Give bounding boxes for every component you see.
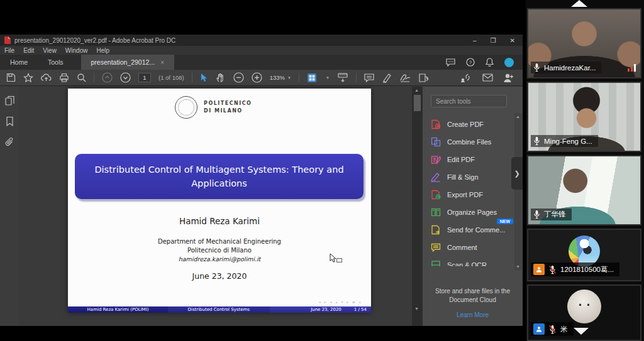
- select-tool-icon[interactable]: [200, 73, 208, 83]
- cloud-promo-line1: Store and share files in the: [423, 287, 523, 296]
- mic-on-icon[interactable]: [533, 136, 540, 146]
- footer-date: June 23, 2020: [311, 307, 341, 312]
- email-icon[interactable]: [482, 73, 493, 82]
- tab-home[interactable]: Home: [0, 55, 38, 70]
- help-icon[interactable]: ?: [466, 58, 475, 67]
- footer-title: Distributed Control Systems: [168, 306, 269, 313]
- print-icon[interactable]: [59, 73, 69, 82]
- menu-view[interactable]: View: [38, 47, 61, 54]
- mic-on-icon[interactable]: [533, 63, 540, 72]
- zoom-in-icon[interactable]: [252, 72, 262, 83]
- hand-tool-icon[interactable]: [216, 73, 226, 83]
- logo-text-line1: POLITECNICO: [204, 100, 252, 107]
- menu-help[interactable]: Help: [92, 47, 114, 54]
- menu-file[interactable]: File: [0, 47, 19, 54]
- tool-fill-sign[interactable]: Fill & Sign: [431, 168, 514, 186]
- tool-label: Scan & OCR: [447, 261, 487, 266]
- slide-author: Hamid Reza Karimi: [68, 216, 371, 226]
- tab-tools[interactable]: Tools: [38, 55, 74, 70]
- tool-combine-files[interactable]: Combine Files: [431, 133, 514, 151]
- find-icon[interactable]: [77, 73, 86, 82]
- share-link-icon[interactable]: [460, 73, 472, 82]
- zoom-level-dropdown[interactable]: 133% ▼: [270, 74, 291, 81]
- bookmarks-icon[interactable]: [6, 116, 14, 126]
- panel-scroll-up-icon[interactable]: ▲: [516, 114, 520, 119]
- slide-footer-bar: Hamid Reza Karimi (POLIMI) Distributed C…: [68, 306, 371, 313]
- tool-label: Edit PDF: [447, 156, 475, 163]
- panel-scroll-down-icon[interactable]: ▼: [516, 264, 520, 269]
- notifications-bell-icon[interactable]: [486, 58, 494, 67]
- tab-document[interactable]: presentation_29012... ×: [81, 55, 174, 70]
- tools-panel-scrollbar[interactable]: ▲ ▼: [514, 113, 522, 270]
- tool-label: Send for Comme...: [447, 226, 505, 234]
- zoom-out-icon[interactable]: [233, 72, 244, 83]
- minimize-button[interactable]: –: [473, 37, 477, 44]
- participant-tile[interactable]: 1201810500葛...: [527, 229, 641, 281]
- add-account-icon[interactable]: [503, 73, 514, 83]
- collapse-right-panel-handle[interactable]: ❯: [511, 157, 523, 190]
- next-page-icon[interactable]: [120, 72, 131, 83]
- page-thumbnails-icon[interactable]: [5, 95, 14, 106]
- measure-icon[interactable]: [337, 72, 348, 83]
- send-review-icon[interactable]: [418, 73, 429, 83]
- cursor-drag-box: [336, 258, 342, 263]
- participant-avatar: [567, 290, 601, 323]
- participant-tile[interactable]: HamidrezaKar...: [527, 8, 641, 78]
- tool-label: Create PDF: [447, 121, 484, 128]
- tool-scan-ocr[interactable]: Scan & OCR: [431, 256, 514, 266]
- participants-scroll-down-icon[interactable]: [574, 328, 589, 335]
- page-display-icon[interactable]: [307, 73, 318, 83]
- search-tools-input[interactable]: [431, 95, 507, 107]
- tab-document-label: presentation_29012...: [91, 58, 155, 66]
- favorites-star-icon[interactable]: [23, 73, 33, 82]
- restore-button[interactable]: ❐: [491, 37, 496, 44]
- organize-pages-icon: [432, 209, 440, 216]
- tool-label: Comment: [447, 244, 477, 251]
- document-scrollbar[interactable]: ▲ ▼: [412, 87, 423, 326]
- participants-strip: HamidrezaKar... Ming-Feng G... 丁华锋: [526, 0, 644, 341]
- tool-create-pdf[interactable]: Create PDF: [431, 116, 514, 133]
- slide-title: Distributed Control of Multiagent System…: [91, 163, 347, 191]
- tab-close-icon[interactable]: ×: [160, 59, 164, 66]
- highlight-pen-icon[interactable]: [382, 73, 392, 83]
- attachments-icon[interactable]: [5, 137, 14, 147]
- share-cloud-icon[interactable]: [41, 73, 52, 82]
- menu-window[interactable]: Window: [61, 47, 92, 54]
- slide-email: hamidreza.karimi@polimi.it: [68, 255, 371, 263]
- save-icon[interactable]: [6, 73, 16, 82]
- participants-scroll-up-icon[interactable]: [571, 0, 587, 7]
- feedback-bubble-icon[interactable]: [446, 58, 455, 67]
- document-area: POLITECNICO DI MILANO Distributed Contro…: [19, 87, 412, 326]
- slide-title-box: Distributed Control of Multiagent System…: [75, 154, 364, 199]
- page-number-input[interactable]: 1: [138, 73, 151, 82]
- pdf-file-icon: [4, 36, 11, 44]
- scrollbar-down-icon[interactable]: ▼: [414, 306, 419, 311]
- mic-muted-icon[interactable]: [548, 265, 557, 274]
- sign-icon[interactable]: [399, 73, 411, 82]
- beamer-navigation-icons[interactable]: ◂ ▸ ◂ ▴ ▾ ▸ ▪ ⌂: [319, 300, 362, 304]
- learn-more-link[interactable]: Learn More: [423, 311, 523, 318]
- main-toolbar: 1 (1 of 108) 133% ▼ ▼: [0, 70, 523, 86]
- menu-edit[interactable]: Edit: [19, 47, 38, 54]
- scrollbar-up-icon[interactable]: ▲: [414, 88, 419, 92]
- edit-pdf-icon: [432, 156, 441, 163]
- comment-bubble-icon[interactable]: [364, 73, 374, 82]
- chevron-down-icon[interactable]: ▼: [326, 76, 330, 80]
- participant-tile[interactable]: Ming-Feng G...: [527, 82, 641, 152]
- mic-muted-icon[interactable]: [548, 325, 557, 334]
- tool-export-pdf[interactable]: Export PDF: [431, 186, 514, 203]
- scrollbar-thumb[interactable]: [414, 95, 421, 111]
- attendee-badge-icon: [533, 264, 545, 275]
- close-button[interactable]: ✕: [510, 37, 515, 44]
- tool-edit-pdf[interactable]: Edit PDF: [431, 151, 514, 168]
- user-avatar[interactable]: [504, 58, 514, 67]
- participant-tile[interactable]: 丁华锋: [527, 155, 641, 225]
- tool-send-for-comments[interactable]: Send for Comme... NEW: [431, 221, 514, 239]
- page-count-label: (1 of 108): [158, 74, 184, 81]
- politecnico-logo: POLITECNICO DI MILANO: [175, 96, 252, 119]
- previous-page-icon[interactable]: [102, 72, 113, 83]
- mic-on-icon[interactable]: [533, 210, 540, 219]
- attendee-badge-icon: [533, 323, 545, 335]
- tool-comment[interactable]: Comment: [431, 239, 514, 256]
- slide-affiliation-2: Politecnico di Milano: [68, 246, 371, 255]
